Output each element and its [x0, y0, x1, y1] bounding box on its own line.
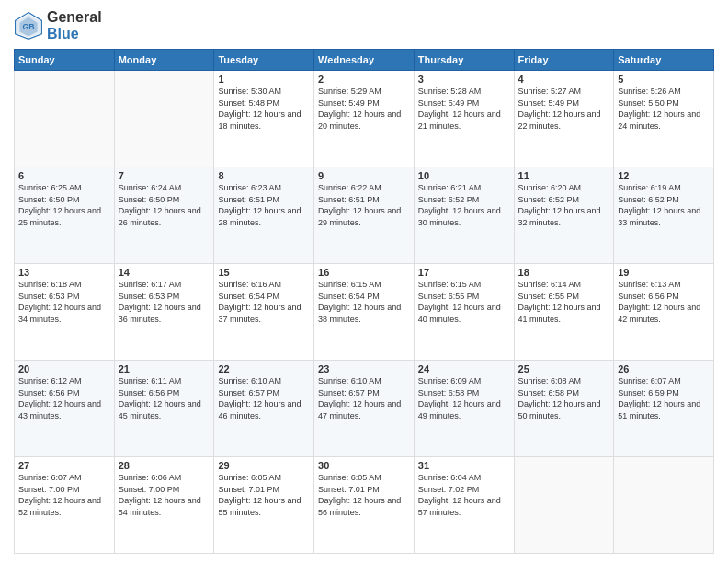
day-number: 24 — [418, 363, 510, 374]
calendar-day-header: Thursday — [414, 50, 514, 71]
day-number: 15 — [218, 267, 310, 278]
calendar-cell: 26Sunrise: 6:07 AM Sunset: 6:59 PM Dayli… — [614, 361, 714, 457]
day-number: 3 — [418, 74, 510, 85]
cell-info: Sunrise: 6:09 AM Sunset: 6:58 PM Dayligh… — [418, 375, 510, 421]
day-number: 27 — [18, 460, 110, 471]
cell-info: Sunrise: 6:15 AM Sunset: 6:54 PM Dayligh… — [318, 279, 410, 325]
calendar-cell: 27Sunrise: 6:07 AM Sunset: 7:00 PM Dayli… — [15, 457, 115, 554]
calendar-cell — [514, 457, 614, 554]
cell-info: Sunrise: 6:17 AM Sunset: 6:53 PM Dayligh… — [119, 279, 210, 325]
calendar-cell: 11Sunrise: 6:20 AM Sunset: 6:52 PM Dayli… — [514, 167, 614, 264]
calendar-day-header: Friday — [514, 50, 614, 71]
calendar-cell: 10Sunrise: 6:21 AM Sunset: 6:52 PM Dayli… — [414, 167, 514, 264]
cell-info: Sunrise: 6:10 AM Sunset: 6:57 PM Dayligh… — [218, 375, 310, 421]
calendar-cell: 4Sunrise: 5:27 AM Sunset: 5:49 PM Daylig… — [514, 71, 614, 167]
cell-info: Sunrise: 6:24 AM Sunset: 6:50 PM Dayligh… — [119, 182, 210, 228]
calendar-cell: 7Sunrise: 6:24 AM Sunset: 6:50 PM Daylig… — [114, 167, 214, 264]
calendar-cell: 12Sunrise: 6:19 AM Sunset: 6:52 PM Dayli… — [614, 167, 714, 264]
day-number: 23 — [318, 363, 410, 374]
day-number: 16 — [318, 267, 410, 278]
calendar-header-row: SundayMondayTuesdayWednesdayThursdayFrid… — [15, 50, 714, 71]
page: GB General Blue SundayMondayTuesdayWedne… — [0, 0, 728, 563]
day-number: 22 — [218, 363, 310, 374]
day-number: 13 — [18, 267, 110, 278]
day-number: 9 — [318, 170, 410, 181]
day-number: 31 — [418, 460, 510, 471]
cell-info: Sunrise: 6:05 AM Sunset: 7:01 PM Dayligh… — [318, 472, 410, 518]
day-number: 10 — [418, 170, 510, 181]
calendar-cell: 14Sunrise: 6:17 AM Sunset: 6:53 PM Dayli… — [114, 264, 214, 361]
day-number: 7 — [119, 170, 210, 181]
calendar-cell: 2Sunrise: 5:29 AM Sunset: 5:49 PM Daylig… — [314, 71, 415, 167]
calendar-week-row: 27Sunrise: 6:07 AM Sunset: 7:00 PM Dayli… — [15, 457, 714, 554]
calendar-day-header: Tuesday — [214, 50, 314, 71]
calendar-cell: 3Sunrise: 5:28 AM Sunset: 5:49 PM Daylig… — [414, 71, 514, 167]
day-number: 28 — [119, 460, 210, 471]
cell-info: Sunrise: 5:29 AM Sunset: 5:49 PM Dayligh… — [318, 86, 410, 132]
cell-info: Sunrise: 6:14 AM Sunset: 6:55 PM Dayligh… — [518, 279, 610, 325]
day-number: 14 — [119, 267, 210, 278]
calendar-cell: 25Sunrise: 6:08 AM Sunset: 6:58 PM Dayli… — [514, 361, 614, 457]
cell-info: Sunrise: 5:27 AM Sunset: 5:49 PM Dayligh… — [518, 86, 610, 132]
day-number: 21 — [119, 363, 210, 374]
calendar-cell: 24Sunrise: 6:09 AM Sunset: 6:58 PM Dayli… — [414, 361, 514, 457]
cell-info: Sunrise: 6:16 AM Sunset: 6:54 PM Dayligh… — [218, 279, 310, 325]
calendar-cell: 5Sunrise: 5:26 AM Sunset: 5:50 PM Daylig… — [614, 71, 714, 167]
day-number: 26 — [618, 363, 710, 374]
cell-info: Sunrise: 5:28 AM Sunset: 5:49 PM Dayligh… — [418, 86, 510, 132]
calendar-cell: 23Sunrise: 6:10 AM Sunset: 6:57 PM Dayli… — [314, 361, 415, 457]
logo-icon: GB — [14, 11, 43, 40]
calendar-cell: 1Sunrise: 5:30 AM Sunset: 5:48 PM Daylig… — [214, 71, 314, 167]
calendar-cell: 17Sunrise: 6:15 AM Sunset: 6:55 PM Dayli… — [414, 264, 514, 361]
cell-info: Sunrise: 6:25 AM Sunset: 6:50 PM Dayligh… — [18, 182, 110, 228]
logo: GB General Blue — [14, 9, 102, 41]
day-number: 29 — [218, 460, 310, 471]
day-number: 11 — [518, 170, 610, 181]
cell-info: Sunrise: 5:30 AM Sunset: 5:48 PM Dayligh… — [218, 86, 310, 132]
calendar-cell: 22Sunrise: 6:10 AM Sunset: 6:57 PM Dayli… — [214, 361, 314, 457]
day-number: 17 — [418, 267, 510, 278]
calendar-cell: 28Sunrise: 6:06 AM Sunset: 7:00 PM Dayli… — [114, 457, 214, 554]
cell-info: Sunrise: 6:10 AM Sunset: 6:57 PM Dayligh… — [318, 375, 410, 421]
calendar-week-row: 13Sunrise: 6:18 AM Sunset: 6:53 PM Dayli… — [15, 264, 714, 361]
day-number: 1 — [218, 74, 310, 85]
calendar-cell: 29Sunrise: 6:05 AM Sunset: 7:01 PM Dayli… — [214, 457, 314, 554]
day-number: 8 — [218, 170, 310, 181]
cell-info: Sunrise: 6:20 AM Sunset: 6:52 PM Dayligh… — [518, 182, 610, 228]
cell-info: Sunrise: 6:07 AM Sunset: 7:00 PM Dayligh… — [18, 472, 110, 518]
calendar-cell: 6Sunrise: 6:25 AM Sunset: 6:50 PM Daylig… — [15, 167, 115, 264]
cell-info: Sunrise: 6:08 AM Sunset: 6:58 PM Dayligh… — [518, 375, 610, 421]
cell-info: Sunrise: 6:21 AM Sunset: 6:52 PM Dayligh… — [418, 182, 510, 228]
calendar-week-row: 20Sunrise: 6:12 AM Sunset: 6:56 PM Dayli… — [15, 361, 714, 457]
day-number: 30 — [318, 460, 410, 471]
calendar-cell: 19Sunrise: 6:13 AM Sunset: 6:56 PM Dayli… — [614, 264, 714, 361]
calendar-cell: 8Sunrise: 6:23 AM Sunset: 6:51 PM Daylig… — [214, 167, 314, 264]
calendar-cell: 9Sunrise: 6:22 AM Sunset: 6:51 PM Daylig… — [314, 167, 415, 264]
day-number: 2 — [318, 74, 410, 85]
calendar-cell — [15, 71, 115, 167]
calendar-week-row: 1Sunrise: 5:30 AM Sunset: 5:48 PM Daylig… — [15, 71, 714, 167]
calendar-cell: 15Sunrise: 6:16 AM Sunset: 6:54 PM Dayli… — [214, 264, 314, 361]
cell-info: Sunrise: 5:26 AM Sunset: 5:50 PM Dayligh… — [618, 86, 710, 132]
cell-info: Sunrise: 6:06 AM Sunset: 7:00 PM Dayligh… — [119, 472, 210, 518]
day-number: 5 — [618, 74, 710, 85]
day-number: 18 — [518, 267, 610, 278]
cell-info: Sunrise: 6:13 AM Sunset: 6:56 PM Dayligh… — [618, 279, 710, 325]
day-number: 6 — [18, 170, 110, 181]
day-number: 19 — [618, 267, 710, 278]
calendar-day-header: Sunday — [15, 50, 115, 71]
cell-info: Sunrise: 6:07 AM Sunset: 6:59 PM Dayligh… — [618, 375, 710, 421]
cell-info: Sunrise: 6:18 AM Sunset: 6:53 PM Dayligh… — [18, 279, 110, 325]
cell-info: Sunrise: 6:19 AM Sunset: 6:52 PM Dayligh… — [618, 182, 710, 228]
calendar-cell — [114, 71, 214, 167]
calendar-cell: 31Sunrise: 6:04 AM Sunset: 7:02 PM Dayli… — [414, 457, 514, 554]
logo-text: General Blue — [47, 9, 102, 41]
calendar-cell: 18Sunrise: 6:14 AM Sunset: 6:55 PM Dayli… — [514, 264, 614, 361]
cell-info: Sunrise: 6:23 AM Sunset: 6:51 PM Dayligh… — [218, 182, 310, 228]
calendar-cell — [614, 457, 714, 554]
cell-info: Sunrise: 6:22 AM Sunset: 6:51 PM Dayligh… — [318, 182, 410, 228]
cell-info: Sunrise: 6:15 AM Sunset: 6:55 PM Dayligh… — [418, 279, 510, 325]
day-number: 4 — [518, 74, 610, 85]
calendar-cell: 20Sunrise: 6:12 AM Sunset: 6:56 PM Dayli… — [15, 361, 115, 457]
calendar-day-header: Saturday — [614, 50, 714, 71]
